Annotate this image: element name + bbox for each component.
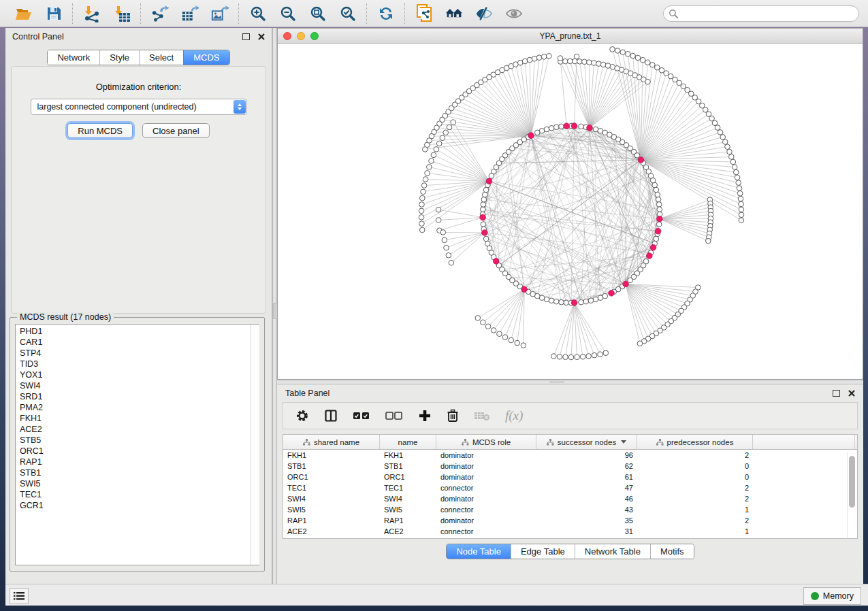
network-node[interactable] (544, 297, 549, 302)
network-node[interactable] (659, 68, 664, 73)
network-node[interactable] (583, 299, 589, 304)
network-node[interactable] (546, 53, 551, 59)
network-node[interactable] (425, 171, 430, 176)
import-network-icon[interactable] (83, 5, 101, 22)
network-node[interactable] (573, 59, 578, 64)
close-panel-icon[interactable] (258, 33, 265, 40)
network-node[interactable] (480, 320, 485, 325)
network-node[interactable] (739, 201, 744, 207)
table-row[interactable]: SWI4SWI4dominator462 (283, 493, 857, 504)
network-node[interactable] (419, 208, 424, 214)
column-header-shared-name[interactable]: shared name (283, 435, 380, 449)
mcds-result-item[interactable]: RAP1 (20, 457, 259, 467)
network-node[interactable] (739, 207, 744, 212)
mcds-result-item[interactable]: PHD1 (20, 326, 259, 337)
mcds-result-item[interactable]: CAR1 (20, 337, 259, 348)
network-node[interactable] (586, 354, 592, 359)
network-node[interactable] (423, 177, 428, 182)
mcds-result-item[interactable]: SWI5 (20, 478, 259, 489)
export-table-icon[interactable] (181, 5, 199, 22)
network-node[interactable] (580, 354, 585, 360)
columns-icon[interactable] (324, 409, 338, 423)
network-node[interactable] (440, 135, 445, 141)
mcds-result-item[interactable]: SWI4 (20, 380, 259, 391)
mcds-node[interactable] (564, 123, 570, 129)
table-row[interactable]: ACE2ACE2connector311 (283, 526, 857, 537)
mcds-node[interactable] (486, 178, 492, 184)
network-node[interactable] (497, 331, 502, 337)
network-node[interactable] (481, 202, 486, 208)
tab-style[interactable]: Style (99, 50, 139, 65)
tab-node-table[interactable]: Node Table (447, 544, 511, 559)
network-node[interactable] (592, 352, 597, 358)
network-node[interactable] (558, 56, 563, 61)
network-node[interactable] (628, 278, 633, 283)
network-node[interactable] (419, 195, 425, 201)
export-network-icon[interactable] (151, 5, 169, 22)
network-node[interactable] (735, 175, 740, 180)
network-node[interactable] (427, 165, 432, 170)
tab-network-table[interactable]: Network Table (575, 544, 650, 559)
network-node[interactable] (443, 130, 449, 135)
table-row[interactable]: STB1STB1dominator620 (283, 461, 857, 472)
mcds-result-item[interactable]: STB1 (20, 467, 259, 478)
network-node[interactable] (588, 298, 594, 303)
network-node[interactable] (630, 53, 636, 59)
home-icon[interactable] (445, 5, 463, 22)
network-node[interactable] (549, 125, 554, 131)
network-node[interactable] (481, 197, 487, 202)
delete-column-icon[interactable] (447, 409, 459, 423)
column-header-empty[interactable] (753, 435, 855, 449)
task-history-button[interactable] (10, 588, 29, 604)
network-node[interactable] (718, 130, 723, 135)
optimization-criterion-dropdown[interactable]: largest connected component (undirected) (31, 99, 247, 115)
network-node[interactable] (587, 60, 592, 65)
network-node[interactable] (564, 300, 569, 306)
network-node[interactable] (705, 238, 711, 244)
network-node[interactable] (568, 354, 574, 360)
network-node[interactable] (733, 169, 739, 175)
table-row[interactable]: SWI5SWI5connector431 (283, 504, 857, 515)
network-node[interactable] (656, 222, 662, 227)
network-node[interactable] (737, 191, 743, 196)
network-node[interactable] (549, 298, 554, 303)
network-node[interactable] (419, 221, 425, 227)
network-node[interactable] (449, 260, 454, 265)
mcds-result-item[interactable]: PMA2 (20, 402, 259, 413)
mcds-result-item[interactable]: SRD1 (20, 391, 259, 402)
vertical-splitter[interactable] (272, 28, 277, 584)
network-node[interactable] (598, 295, 603, 301)
network-node[interactable] (539, 128, 545, 133)
network-node[interactable] (732, 165, 737, 170)
refresh-layout-icon[interactable] (377, 5, 395, 22)
tab-network[interactable]: Network (48, 50, 99, 65)
mcds-result-list[interactable]: PHD1CAR1STP4TID3YOX1SWI4SRD1PMA2FKH1ACE2… (15, 324, 259, 565)
tab-mcds[interactable]: MCDS (183, 50, 229, 65)
network-node[interactable] (521, 343, 526, 348)
network-node[interactable] (563, 59, 568, 64)
network-node[interactable] (654, 187, 659, 193)
mcds-result-item[interactable]: ORC1 (20, 446, 259, 457)
network-node[interactable] (444, 245, 449, 250)
mcds-node[interactable] (521, 286, 528, 293)
show-graphics-details-icon[interactable] (505, 5, 523, 22)
network-node[interactable] (603, 350, 609, 356)
network-node[interactable] (515, 340, 520, 346)
network-node[interactable] (568, 59, 573, 64)
network-node[interactable] (436, 207, 441, 212)
network-node[interactable] (579, 299, 584, 305)
mcds-node[interactable] (571, 123, 577, 129)
network-node[interactable] (722, 139, 728, 145)
network-node[interactable] (715, 125, 720, 131)
mcds-result-item[interactable]: GCR1 (20, 500, 259, 511)
network-node[interactable] (481, 222, 486, 227)
network-node[interactable] (563, 354, 568, 360)
network-node[interactable] (736, 180, 741, 186)
splitter-grip[interactable] (549, 381, 564, 383)
clone-network-icon[interactable] (415, 5, 433, 22)
mcds-node[interactable] (528, 133, 534, 139)
network-node[interactable] (739, 218, 744, 223)
mcds-result-item[interactable]: ACE2 (20, 424, 259, 435)
tab-select[interactable]: Select (139, 50, 183, 65)
mcds-result-item[interactable]: TEC1 (20, 489, 259, 500)
